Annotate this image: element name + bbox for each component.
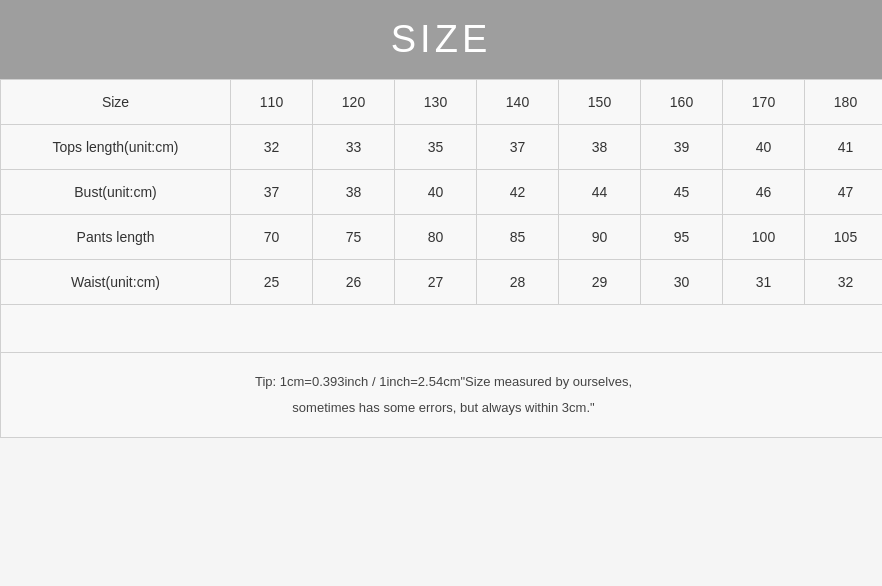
row-cell: 37	[231, 170, 313, 215]
table-header-row: Size 110 120 130 140 150 160 170 180	[1, 80, 883, 125]
row-cell: 75	[313, 215, 395, 260]
row-cell: 45	[641, 170, 723, 215]
tip-text-line1: Tip: 1cm=0.393inch / 1inch=2.54cm"Size m…	[255, 374, 632, 389]
tip-row: Tip: 1cm=0.393inch / 1inch=2.54cm"Size m…	[1, 353, 883, 438]
row-cell: 28	[477, 260, 559, 305]
row-cell: 32	[805, 260, 883, 305]
col-header-140: 140	[477, 80, 559, 125]
empty-row	[1, 305, 883, 353]
row-cell: 33	[313, 125, 395, 170]
row-cell: 38	[559, 125, 641, 170]
tip-text-line2: sometimes has some errors, but always wi…	[292, 400, 594, 415]
size-header: SIZE	[0, 0, 882, 79]
table-row: Bust(unit:cm)3738404244454647	[1, 170, 883, 215]
row-cell: 25	[231, 260, 313, 305]
col-header-110: 110	[231, 80, 313, 125]
row-cell: 39	[641, 125, 723, 170]
row-label: Waist(unit:cm)	[1, 260, 231, 305]
col-header-160: 160	[641, 80, 723, 125]
row-cell: 42	[477, 170, 559, 215]
row-cell: 31	[723, 260, 805, 305]
row-cell: 30	[641, 260, 723, 305]
row-cell: 47	[805, 170, 883, 215]
row-cell: 32	[231, 125, 313, 170]
col-header-180: 180	[805, 80, 883, 125]
row-cell: 44	[559, 170, 641, 215]
table-row: Waist(unit:cm)2526272829303132	[1, 260, 883, 305]
row-cell: 40	[395, 170, 477, 215]
col-header-120: 120	[313, 80, 395, 125]
row-cell: 100	[723, 215, 805, 260]
size-table: Size 110 120 130 140 150 160 170 180 Top…	[0, 79, 882, 438]
row-label: Bust(unit:cm)	[1, 170, 231, 215]
col-header-150: 150	[559, 80, 641, 125]
row-cell: 46	[723, 170, 805, 215]
row-label: Pants length	[1, 215, 231, 260]
row-cell: 90	[559, 215, 641, 260]
col-header-170: 170	[723, 80, 805, 125]
row-cell: 27	[395, 260, 477, 305]
row-cell: 95	[641, 215, 723, 260]
row-cell: 105	[805, 215, 883, 260]
table-row: Tops length(unit:cm)3233353738394041	[1, 125, 883, 170]
row-cell: 41	[805, 125, 883, 170]
row-cell: 70	[231, 215, 313, 260]
row-cell: 38	[313, 170, 395, 215]
row-cell: 40	[723, 125, 805, 170]
row-cell: 35	[395, 125, 477, 170]
page-title: SIZE	[391, 18, 491, 60]
row-cell: 85	[477, 215, 559, 260]
table-row: Pants length707580859095100105	[1, 215, 883, 260]
row-cell: 26	[313, 260, 395, 305]
row-cell: 80	[395, 215, 477, 260]
row-label: Tops length(unit:cm)	[1, 125, 231, 170]
row-cell: 37	[477, 125, 559, 170]
row-cell: 29	[559, 260, 641, 305]
col-header-130: 130	[395, 80, 477, 125]
size-table-wrapper: Size 110 120 130 140 150 160 170 180 Top…	[0, 79, 882, 586]
col-header-size: Size	[1, 80, 231, 125]
